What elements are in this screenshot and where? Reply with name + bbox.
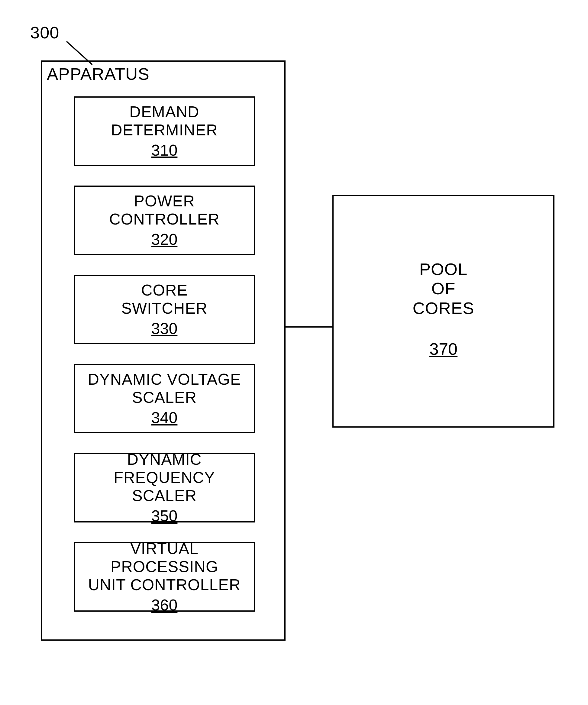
module-ref-number: 310 xyxy=(151,141,178,159)
pool-of-cores-box: POOL OF CORES 370 xyxy=(332,195,554,428)
module-line: UNIT CONTROLLER xyxy=(88,576,241,594)
module-line: SWITCHER xyxy=(121,299,207,318)
apparatus-box: APPARATUS DEMAND DETERMINER 310 POWER CO… xyxy=(41,60,286,641)
pool-line: CORES xyxy=(412,298,474,318)
module-power-controller: POWER CONTROLLER 320 xyxy=(74,186,255,255)
figure-ref-label: 300 xyxy=(30,23,59,42)
module-ref-number: 350 xyxy=(151,507,178,525)
module-ref-number: 360 xyxy=(151,596,178,614)
module-virtual-processing-unit-controller: VIRTUAL PROCESSING UNIT CONTROLLER 360 xyxy=(74,542,255,612)
module-ref-number: 340 xyxy=(151,409,178,427)
module-line: CORE xyxy=(141,281,188,299)
module-line: DYNAMIC FREQUENCY xyxy=(78,451,251,487)
connector-line xyxy=(286,326,332,328)
pool-ref-number: 370 xyxy=(429,339,457,359)
module-line: POWER xyxy=(134,192,195,210)
module-core-switcher: CORE SWITCHER 330 xyxy=(74,275,255,344)
pool-text-block: POOL OF CORES 370 xyxy=(334,260,553,359)
apparatus-title: APPARATUS xyxy=(47,64,150,84)
module-line: SCALER xyxy=(132,487,197,505)
module-line: DYNAMIC VOLTAGE xyxy=(88,371,241,389)
module-line: VIRTUAL PROCESSING xyxy=(78,540,251,576)
module-ref-number: 330 xyxy=(151,319,178,337)
module-line: SCALER xyxy=(132,389,197,407)
module-demand-determiner: DEMAND DETERMINER 310 xyxy=(74,96,255,166)
module-dynamic-voltage-scaler: DYNAMIC VOLTAGE SCALER 340 xyxy=(74,364,255,433)
module-line: DEMAND xyxy=(129,103,199,121)
pool-line: OF xyxy=(432,279,456,298)
module-line: DETERMINER xyxy=(111,121,218,139)
module-ref-number: 320 xyxy=(151,230,178,248)
pool-line: POOL xyxy=(420,260,468,279)
module-line: CONTROLLER xyxy=(109,210,219,228)
diagram-canvas: 300 APPARATUS DEMAND DETERMINER 310 POWE… xyxy=(0,0,588,705)
module-dynamic-frequency-scaler: DYNAMIC FREQUENCY SCALER 350 xyxy=(74,453,255,522)
